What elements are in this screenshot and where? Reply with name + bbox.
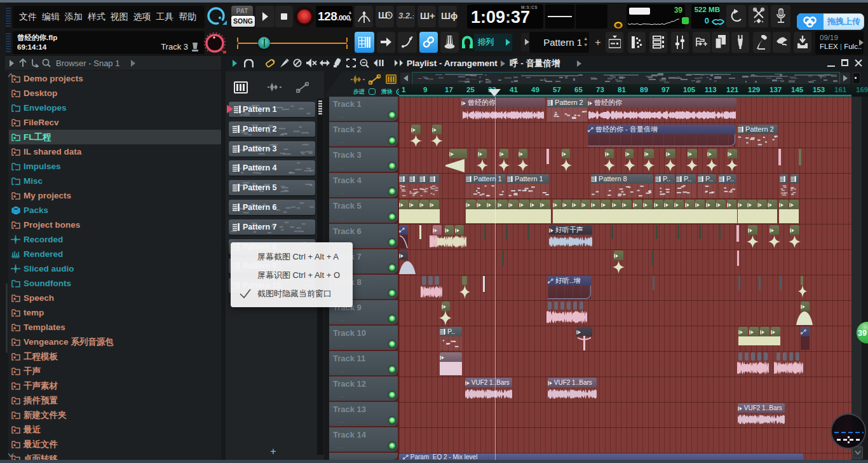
- svg-text:39: 39: [858, 329, 867, 338]
